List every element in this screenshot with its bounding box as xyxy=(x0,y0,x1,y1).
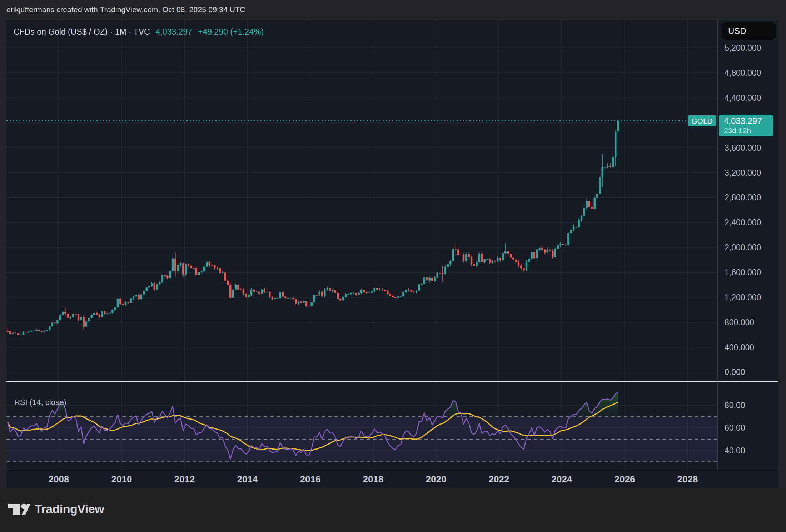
candle xyxy=(559,244,561,245)
rsi-axis-label: 40.00 xyxy=(725,446,745,455)
candle xyxy=(316,295,318,296)
candle xyxy=(591,207,593,209)
candle xyxy=(133,296,134,298)
candle xyxy=(573,227,574,230)
candle xyxy=(394,297,396,298)
candle xyxy=(410,290,412,292)
candle xyxy=(243,290,244,294)
candle xyxy=(143,291,145,295)
candle xyxy=(471,257,472,264)
candle xyxy=(235,285,237,290)
candle xyxy=(484,259,486,262)
candle xyxy=(426,277,428,280)
axis-label-price: 4,033.297 xyxy=(724,116,773,126)
candle xyxy=(264,290,265,292)
candle xyxy=(510,254,512,258)
candle xyxy=(17,333,19,335)
candle xyxy=(250,290,252,295)
candle xyxy=(379,290,380,290)
candle xyxy=(565,245,567,245)
price-axis-label: 5,200.000 xyxy=(725,43,761,53)
candle xyxy=(180,264,181,265)
candle xyxy=(442,273,443,274)
tradingview-wordmark: TradingView xyxy=(35,502,104,516)
candle xyxy=(421,284,423,285)
time-axis-label: 2024 xyxy=(552,474,572,485)
rsi-axis-label: 60.00 xyxy=(725,423,745,433)
candle xyxy=(185,264,187,275)
candle xyxy=(596,194,598,198)
candle xyxy=(547,250,548,252)
candle xyxy=(615,132,616,157)
candle xyxy=(355,293,357,295)
candle xyxy=(502,253,504,260)
candle xyxy=(327,288,328,290)
price-axis-label: 3,200.000 xyxy=(725,168,761,177)
chart-surface[interactable] xyxy=(6,19,778,488)
candle xyxy=(135,295,137,296)
candle xyxy=(478,253,480,262)
candle xyxy=(374,288,375,291)
candle xyxy=(227,281,229,285)
candle xyxy=(405,290,407,292)
symbol-flag-text: GOLD xyxy=(691,117,713,125)
candle xyxy=(578,220,580,227)
candle xyxy=(59,315,61,320)
symbol-title: CFDs on Gold (US$ / OZ) · 1M · TVC xyxy=(14,27,150,37)
candle xyxy=(75,314,77,315)
candle xyxy=(117,299,119,307)
candle xyxy=(460,255,462,255)
candle xyxy=(96,313,98,315)
tradingview-logo-icon[interactable] xyxy=(8,503,31,516)
candle xyxy=(206,262,208,267)
time-axis-label: 2026 xyxy=(615,474,635,485)
candle xyxy=(376,288,378,290)
candle xyxy=(523,268,525,270)
price-axis-label: 2,000.000 xyxy=(725,243,761,252)
candle xyxy=(209,262,210,265)
candle xyxy=(292,298,294,299)
candle xyxy=(429,278,431,280)
candle xyxy=(166,276,168,278)
candle xyxy=(130,299,132,303)
symbol-legend[interactable]: CFDs on Gold (US$ / OZ) · 1M · TVC 4,033… xyxy=(14,27,264,37)
candle xyxy=(368,293,370,293)
price-axis-label: 800.000 xyxy=(725,317,754,327)
candle xyxy=(44,331,45,332)
candle xyxy=(518,262,519,266)
candle xyxy=(612,157,614,167)
candle xyxy=(277,298,278,299)
candle xyxy=(232,290,234,298)
candle xyxy=(607,166,608,167)
currency-toggle-button[interactable]: USD xyxy=(721,22,776,40)
candle xyxy=(193,268,195,269)
candle xyxy=(489,259,491,263)
candle xyxy=(282,292,284,296)
candle xyxy=(101,311,103,317)
candle xyxy=(161,275,163,282)
rsi-indicator-label[interactable]: RSI (14, close) xyxy=(14,398,66,407)
candle xyxy=(51,323,53,326)
time-axis-label: 2012 xyxy=(174,474,195,485)
candle xyxy=(99,315,100,317)
candle xyxy=(439,273,441,274)
axis-label-countdown: 23d 12h xyxy=(724,126,773,135)
candle xyxy=(240,290,242,290)
candle xyxy=(389,294,391,296)
candle xyxy=(36,330,38,331)
candle xyxy=(444,267,446,274)
candle xyxy=(269,292,270,297)
time-axis-label: 2008 xyxy=(49,474,69,485)
candle xyxy=(353,293,354,294)
candle xyxy=(156,284,158,290)
candle xyxy=(217,268,218,268)
candle xyxy=(431,278,433,281)
candle xyxy=(41,331,43,332)
candle xyxy=(463,255,464,261)
candle xyxy=(397,296,399,298)
candle xyxy=(457,250,459,255)
price-axis-label: 3,600.000 xyxy=(725,143,761,152)
candle xyxy=(15,333,16,333)
candle xyxy=(552,251,553,257)
candle xyxy=(570,230,572,233)
